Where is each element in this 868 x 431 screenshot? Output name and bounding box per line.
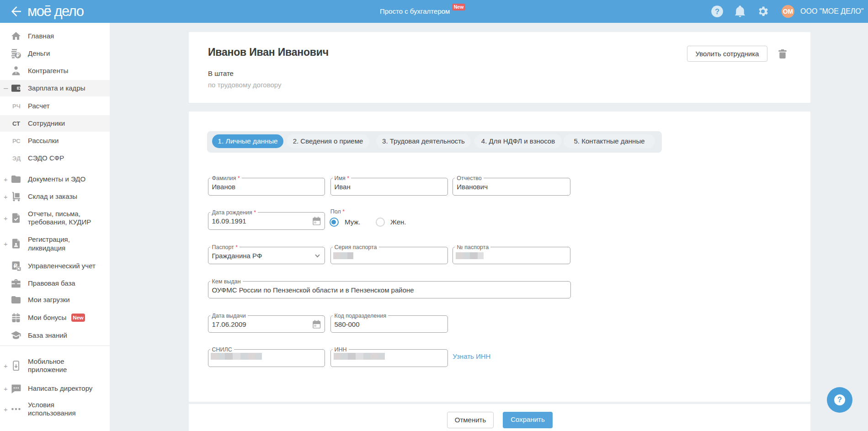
svg-text:?: ? <box>715 7 719 16</box>
svg-text:₽: ₽ <box>16 53 20 58</box>
